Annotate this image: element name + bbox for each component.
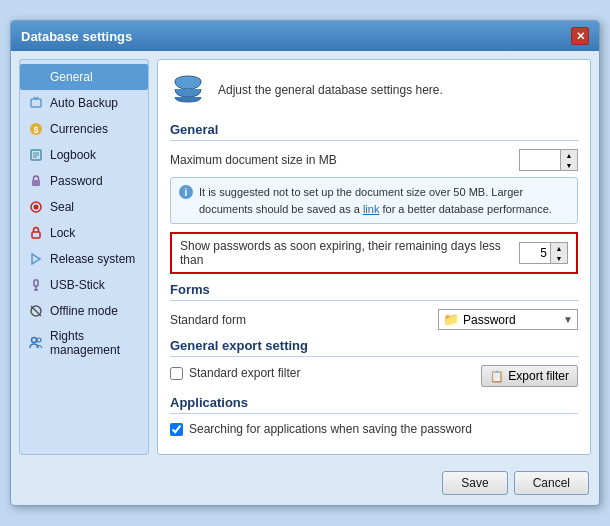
sidebar-label-currencies: Currencies <box>50 122 108 136</box>
svg-rect-16 <box>34 280 38 286</box>
header-description: Adjust the general database settings her… <box>218 83 443 97</box>
sidebar-label-rights-management: Rights management <box>50 329 140 357</box>
sidebar-item-lock[interactable]: Lock <box>20 220 148 246</box>
svg-rect-4 <box>31 99 41 107</box>
svg-marker-15 <box>32 254 40 264</box>
cancel-button[interactable]: Cancel <box>514 471 589 495</box>
offline-icon <box>28 303 44 319</box>
max-doc-spin-buttons: ▲ ▼ <box>560 150 577 170</box>
forms-section: Forms Standard form 📁 Password ▼ <box>170 282 578 330</box>
database-icon <box>170 72 206 108</box>
info-text: It is suggested not to set up the docume… <box>199 184 569 217</box>
export-btn-icon: 📋 <box>490 370 504 383</box>
export-checkbox-row: Standard export filter <box>170 366 300 380</box>
svg-rect-0 <box>30 71 35 76</box>
expiry-label: Show passwords as soon expiring, their r… <box>180 239 519 267</box>
max-doc-label: Maximum document size in MB <box>170 153 337 167</box>
title-bar-controls: ✕ <box>571 27 589 45</box>
lock-icon <box>28 225 44 241</box>
export-filter-label: Standard export filter <box>189 366 300 380</box>
expiry-row: Show passwords as soon expiring, their r… <box>170 232 578 274</box>
max-doc-spin-down[interactable]: ▼ <box>561 160 577 170</box>
svg-point-13 <box>34 205 39 210</box>
applications-section-title: Applications <box>170 395 578 414</box>
sidebar-item-usb-stick[interactable]: USB-Stick <box>20 272 148 298</box>
export-row: Standard export filter 📋 Export filter <box>170 365 578 387</box>
main-content: Adjust the general database settings her… <box>157 59 591 455</box>
dialog-body: General Auto Backup $ <box>11 51 599 463</box>
export-section-title: General export setting <box>170 338 578 357</box>
sidebar-item-currencies[interactable]: $ Currencies <box>20 116 148 142</box>
sidebar-label-offline-mode: Offline mode <box>50 304 118 318</box>
expiry-spin-buttons: ▲ ▼ <box>550 243 567 263</box>
sidebar-label-general: General <box>50 70 93 84</box>
dialog-footer: Save Cancel <box>11 463 599 505</box>
sidebar-label-auto-backup: Auto Backup <box>50 96 118 110</box>
sidebar: General Auto Backup $ <box>19 59 149 455</box>
expiry-spin-up[interactable]: ▲ <box>551 243 567 253</box>
general-section-title: General <box>170 122 578 141</box>
applications-checkbox-row: Searching for applications when saving t… <box>170 422 578 436</box>
max-doc-row: Maximum document size in MB ▲ ▼ <box>170 149 578 171</box>
svg-rect-11 <box>32 180 40 186</box>
password-icon <box>28 173 44 189</box>
sidebar-label-logbook: Logbook <box>50 148 96 162</box>
expiry-spin-down[interactable]: ▼ <box>551 253 567 263</box>
rights-icon <box>28 335 44 351</box>
max-doc-spinbox[interactable]: ▲ ▼ <box>519 149 578 171</box>
standard-form-dropdown[interactable]: 📁 Password ▼ <box>438 309 578 330</box>
export-btn-label: Export filter <box>508 369 569 383</box>
sidebar-item-logbook[interactable]: Logbook <box>20 142 148 168</box>
info-text-end: for a better database performance. <box>379 203 551 215</box>
sidebar-label-lock: Lock <box>50 226 75 240</box>
export-filter-checkbox[interactable] <box>170 367 183 380</box>
sidebar-item-seal[interactable]: Seal <box>20 194 148 220</box>
usb-icon <box>28 277 44 293</box>
sidebar-item-release-system[interactable]: Release system <box>20 246 148 272</box>
info-link[interactable]: link <box>363 203 380 215</box>
save-button[interactable]: Save <box>442 471 507 495</box>
export-section: General export setting Standard export f… <box>170 338 578 387</box>
sidebar-item-general[interactable]: General <box>20 64 148 90</box>
sidebar-item-offline-mode[interactable]: Offline mode <box>20 298 148 324</box>
database-settings-dialog: Database settings ✕ General <box>10 20 600 506</box>
svg-rect-2 <box>30 78 35 83</box>
info-icon: i <box>179 185 193 199</box>
sidebar-label-seal: Seal <box>50 200 74 214</box>
sidebar-label-usb-stick: USB-Stick <box>50 278 105 292</box>
svg-rect-3 <box>37 78 42 83</box>
dropdown-value: Password <box>463 313 516 327</box>
backup-icon <box>28 95 44 111</box>
folder-icon: 📁 <box>443 312 459 327</box>
dropdown-arrow-icon: ▼ <box>563 314 573 325</box>
svg-rect-14 <box>32 232 40 238</box>
applications-section: Applications Searching for applications … <box>170 395 578 436</box>
svg-point-22 <box>37 338 41 342</box>
info-box: i It is suggested not to set up the docu… <box>170 177 578 224</box>
svg-point-21 <box>32 338 37 343</box>
sidebar-label-release-system: Release system <box>50 252 135 266</box>
title-bar: Database settings ✕ <box>11 21 599 51</box>
expiry-spinbox[interactable]: ▲ ▼ <box>519 242 568 264</box>
currency-icon: $ <box>28 121 44 137</box>
sidebar-item-password[interactable]: Password <box>20 168 148 194</box>
standard-form-row: Standard form 📁 Password ▼ <box>170 309 578 330</box>
applications-checkbox[interactable] <box>170 423 183 436</box>
close-button[interactable]: ✕ <box>571 27 589 45</box>
sidebar-item-auto-backup[interactable]: Auto Backup <box>20 90 148 116</box>
seal-icon <box>28 199 44 215</box>
general-icon <box>28 69 44 85</box>
applications-label: Searching for applications when saving t… <box>189 422 472 436</box>
main-header: Adjust the general database settings her… <box>170 72 578 108</box>
standard-form-label: Standard form <box>170 313 246 327</box>
sidebar-item-rights-management[interactable]: Rights management <box>20 324 148 362</box>
max-doc-spin-up[interactable]: ▲ <box>561 150 577 160</box>
sidebar-label-password: Password <box>50 174 103 188</box>
max-doc-input[interactable] <box>520 150 560 170</box>
logbook-icon <box>28 147 44 163</box>
expiry-input[interactable] <box>520 243 550 263</box>
export-filter-button[interactable]: 📋 Export filter <box>481 365 578 387</box>
dialog-title: Database settings <box>21 29 132 44</box>
forms-section-title: Forms <box>170 282 578 301</box>
svg-text:$: $ <box>33 125 38 135</box>
